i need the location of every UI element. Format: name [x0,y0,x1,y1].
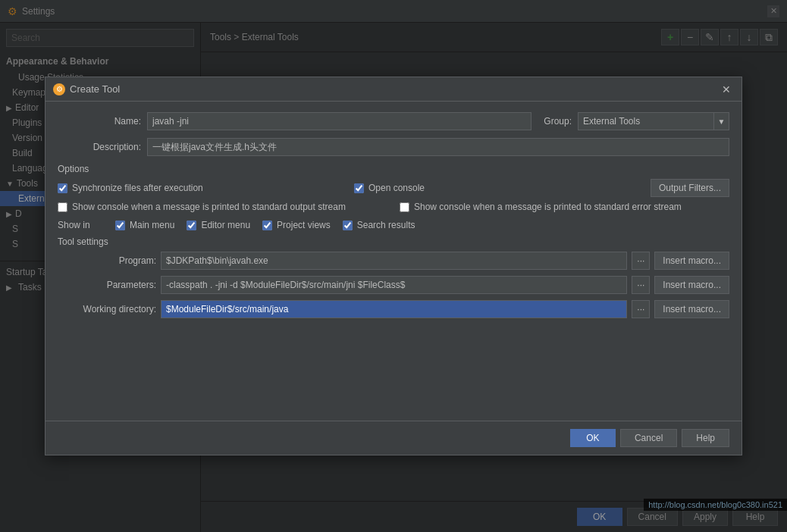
dialog-ok-button[interactable]: OK [570,429,616,447]
program-dots-button[interactable]: ··· [632,252,650,270]
group-label: Group: [544,116,572,127]
program-label: Program: [58,255,156,266]
tool-settings-section: Tool settings Program: ··· Insert macro.… [58,236,729,318]
name-input[interactable] [147,112,531,130]
show-stdout-checkbox[interactable] [58,202,67,212]
project-views-label: Project views [277,220,331,230]
program-row: Program: ··· Insert macro... [58,252,729,270]
open-console-group: Open console [354,183,651,193]
parameters-input[interactable] [161,276,627,294]
parameters-insert-macro-button[interactable]: Insert macro... [654,276,729,294]
show-stdout-label: Show console when a message is printed t… [72,202,346,212]
dialog-title-text: Create Tool [70,83,120,95]
show-in-row: Show in Main menu Editor menu Project vi… [58,220,729,230]
create-tool-dialog: ⚙ Create Tool ✕ Name: Group: ▼ [45,77,742,455]
open-console-label: Open console [368,183,425,193]
group-dropdown-button[interactable]: ▼ [714,112,729,130]
program-input[interactable] [161,252,627,270]
editor-menu-label: Editor menu [201,220,250,230]
dialog-content: Name: Group: ▼ Description: Options [45,102,742,421]
sync-checkbox-group: Synchronize files after execution [58,183,354,193]
dialog-title-bar: ⚙ Create Tool ✕ [45,77,742,102]
search-results-checkbox[interactable] [343,221,353,230]
working-dir-insert-macro-button[interactable]: Insert macro... [654,300,729,318]
main-menu-checkbox[interactable] [115,221,125,230]
parameters-row: Parameters: ··· Insert macro... [58,276,729,294]
name-group-row: Name: Group: ▼ [58,112,729,130]
options-row1: Synchronize files after execution Open c… [58,179,729,197]
description-label: Description: [58,142,141,152]
editor-menu-checkbox[interactable] [187,221,196,230]
working-dir-input[interactable] [161,300,627,318]
tool-settings-label: Tool settings [58,236,729,247]
modal-overlay: ⚙ Create Tool ✕ Name: Group: ▼ [0,0,787,532]
name-label: Name: [58,116,141,127]
show-stderr-checkbox[interactable] [400,202,409,212]
settings-window: ⚙ Settings ✕ Appearance & Behavior Usage… [0,0,787,532]
parameters-dots-button[interactable]: ··· [632,276,650,294]
project-views-group: Project views [262,220,331,230]
open-console-checkbox[interactable] [354,183,364,193]
group-dropdown-container: ▼ [578,112,729,130]
show-stderr-label: Show console when a message is printed t… [414,202,682,212]
dialog-title-left: ⚙ Create Tool [53,83,120,95]
search-results-group: Search results [343,220,415,230]
show-in-section: Show in Main menu Editor menu Project vi… [58,220,729,230]
show-stdout-group: Show console when a message is printed t… [58,202,387,212]
sync-label: Synchronize files after execution [72,183,203,193]
main-menu-group: Main menu [115,220,174,230]
dialog-cancel-button[interactable]: Cancel [620,429,677,447]
dialog-icon: ⚙ [53,83,65,95]
show-in-label: Show in [58,220,103,230]
dialog-buttons: OK Cancel Help [45,421,742,455]
dialog-close-button[interactable]: ✕ [719,82,734,97]
search-results-label: Search results [357,220,415,230]
working-dir-label: Working directory: [58,304,156,315]
output-filters-button[interactable]: Output Filters... [651,179,729,197]
sync-checkbox[interactable] [58,183,67,193]
parameters-label: Parameters: [58,280,156,290]
options-section: Options Synchronize files after executio… [58,164,729,212]
show-stderr-group: Show console when a message is printed t… [400,202,729,212]
dialog-help-button[interactable]: Help [682,429,729,447]
options-row2: Show console when a message is printed t… [58,202,729,212]
program-insert-macro-button[interactable]: Insert macro... [654,252,729,270]
group-input[interactable] [578,112,714,130]
editor-menu-group: Editor menu [187,220,250,230]
description-input[interactable] [147,138,729,156]
options-label: Options [58,164,729,174]
working-dir-row: Working directory: ··· Insert macro... [58,300,729,318]
main-menu-label: Main menu [130,220,174,230]
description-row: Description: [58,138,729,156]
project-views-checkbox[interactable] [262,221,272,230]
working-dir-dots-button[interactable]: ··· [632,300,650,318]
